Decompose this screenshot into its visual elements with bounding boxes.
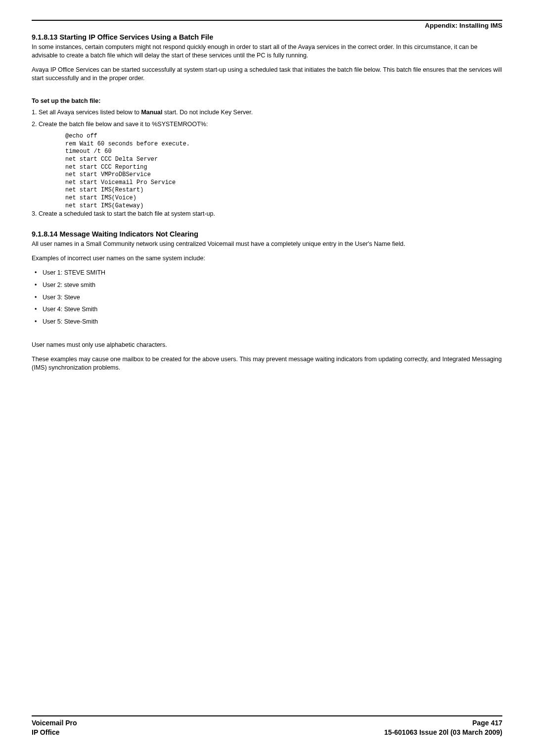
- list-item: User 5: Steve-Smith: [35, 318, 502, 326]
- section2-para2: Examples of incorrect user names on the …: [32, 254, 502, 263]
- footer-rule: [32, 715, 502, 716]
- footer-right-line2: 15-601063 Issue 20l (03 March 2009): [384, 728, 502, 737]
- section2-para1: All user names in a Small Community netw…: [32, 240, 502, 248]
- footer-right-line1: Page 417: [384, 718, 502, 728]
- section-heading-mwi: 9.1.8.14 Message Waiting Indicators Not …: [32, 230, 502, 238]
- step-2: 2. Create the batch file below and save …: [32, 120, 502, 129]
- appendix-header: Appendix: Installing IMS: [32, 22, 502, 29]
- user-name-bullet-list: User 1: STEVE SMITH User 2: steve smith …: [35, 269, 502, 330]
- header-rule: [32, 20, 502, 21]
- footer-right: Page 417 15-601063 Issue 20l (03 March 2…: [384, 718, 502, 737]
- page-footer: Voicemail Pro IP Office Page 417 15-6010…: [32, 718, 502, 737]
- step-3: 3. Create a scheduled task to start the …: [32, 210, 502, 218]
- step1-pre: 1. Set all Avaya services listed below t…: [32, 109, 141, 116]
- content-spacer: [32, 378, 502, 711]
- section2-para3: User names must only use alphabetic char…: [32, 341, 502, 349]
- section1-para1: In some instances, certain computers mig…: [32, 43, 502, 60]
- setup-heading: To set up the batch file:: [32, 97, 502, 104]
- document-page: Appendix: Installing IMS 9.1.8.13 Starti…: [0, 0, 534, 756]
- step1-bold: Manual: [141, 109, 162, 116]
- list-item: User 2: steve smith: [35, 281, 502, 289]
- section1-para2: Avaya IP Office Services can be started …: [32, 66, 502, 83]
- gap: [32, 336, 502, 341]
- list-item: User 3: Steve: [35, 293, 502, 302]
- section-gap: [32, 218, 502, 229]
- footer-left-line1: Voicemail Pro: [32, 718, 77, 728]
- list-item: User 1: STEVE SMITH: [35, 269, 502, 277]
- footer-left-line2: IP Office: [32, 728, 77, 737]
- step-1: 1. Set all Avaya services listed below t…: [32, 108, 502, 117]
- step1-post: start. Do not include Key Server.: [162, 109, 253, 116]
- section-heading-batch-file: 9.1.8.13 Starting IP Office Services Usi…: [32, 33, 502, 41]
- footer-left: Voicemail Pro IP Office: [32, 718, 77, 737]
- section2-para4: These examples may cause one mailbox to …: [32, 355, 502, 372]
- list-item: User 4: Steve Smith: [35, 305, 502, 314]
- batch-code-block: @echo off rem Wait 60 seconds before exe…: [65, 133, 502, 210]
